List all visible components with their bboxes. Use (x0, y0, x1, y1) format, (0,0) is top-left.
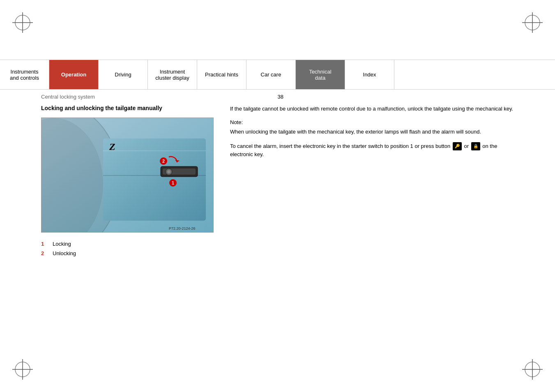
section-header: Central locking system (41, 94, 95, 100)
nav-item-technical-data[interactable]: Technical data (296, 60, 345, 89)
corner-mark-bl (12, 359, 33, 380)
nav-item-car-care[interactable]: Car care (246, 60, 296, 89)
tailgate-image: 1 2 Z P72.20-2124-26 (41, 118, 214, 233)
nav-item-instrument-cluster[interactable]: Instrument cluster display (148, 60, 197, 89)
svg-text:1: 1 (172, 180, 174, 185)
page-number: 38 (278, 94, 283, 100)
item-list: 1 Locking 2 Unlocking (41, 241, 214, 256)
corner-mark-tr (522, 12, 543, 33)
svg-text:Z: Z (109, 141, 115, 152)
svg-point-21 (167, 170, 170, 173)
svg-text:P72.20-2124-26: P72.20-2124-26 (169, 226, 196, 231)
note-label: Note: (230, 119, 514, 125)
right-column: If the tailgate cannot be unlocked with … (230, 105, 514, 351)
navigation-bar: Instruments and controls Operation Drivi… (0, 60, 555, 90)
body-text-2: When unlocking the tailgate with the mec… (230, 128, 514, 136)
corner-mark-br (522, 359, 543, 380)
nav-item-driving[interactable]: Driving (99, 60, 148, 89)
section-title: Central locking system (41, 94, 95, 100)
corner-mark-tl (12, 12, 33, 33)
content-area: Locking and unlocking the tailgate manua… (41, 105, 514, 351)
nav-item-practical-hints[interactable]: Practical hints (197, 60, 246, 89)
nav-item-instruments[interactable]: Instruments and controls (0, 60, 49, 89)
svg-text:2: 2 (162, 159, 165, 164)
list-item-1: 1 Locking (41, 241, 214, 247)
body-text-3: To cancel the alarm, insert the electron… (230, 142, 514, 159)
list-item-2: 2 Unlocking (41, 250, 214, 256)
nav-item-operation[interactable]: Operation (49, 60, 99, 89)
electronic-key-btn-2: 🔒 (471, 142, 480, 150)
nav-item-index[interactable]: Index (345, 60, 394, 89)
electronic-key-btn-1: 🔑 (453, 142, 462, 150)
left-column: Locking and unlocking the tailgate manua… (41, 105, 214, 351)
section-heading: Locking and unlocking the tailgate manua… (41, 105, 214, 111)
body-text-1: If the tailgate cannot be unlocked with … (230, 105, 514, 113)
